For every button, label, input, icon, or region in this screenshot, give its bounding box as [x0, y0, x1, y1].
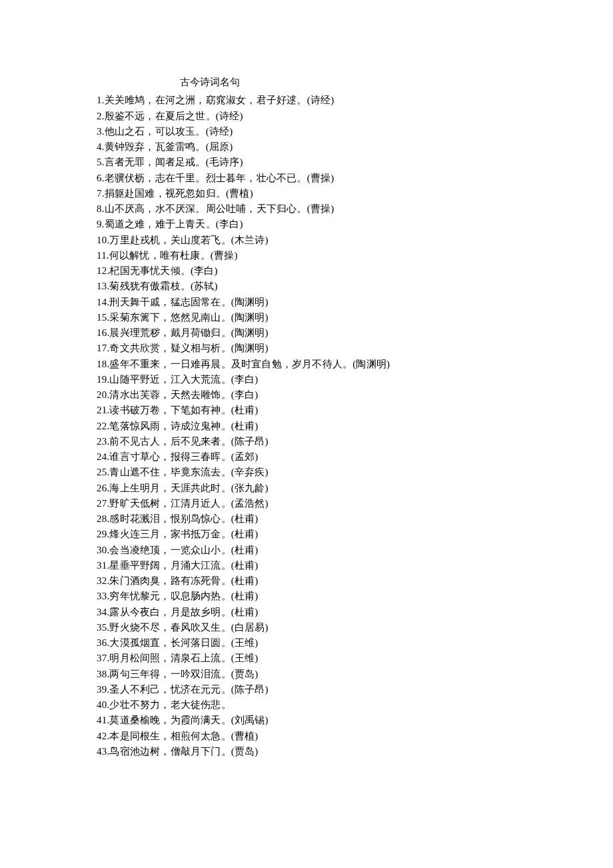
poem-line: 6.老骥伏枥，志在千里。烈士暮年，壮心不已。(曹操) — [97, 171, 573, 186]
poem-line: 28.感时花溅泪，恨别鸟惊心。(杜甫) — [97, 511, 573, 527]
poem-line: 36.大漠孤烟直，长河落日圆。(王维) — [97, 635, 573, 651]
poem-line: 12.杞国无事忧天倾。(李白) — [97, 263, 573, 279]
poem-line: 31.星垂平野阔，月涌大江流。(杜甫) — [97, 558, 573, 573]
poem-line: 22.笔落惊风雨，诗成泣鬼神。(杜甫) — [97, 419, 573, 434]
poem-line: 21.读书破万卷，下笔如有神。(杜甫) — [97, 403, 573, 418]
poem-line: 23.前不见古人，后不见来者。(陈子昂) — [97, 434, 573, 449]
poem-line: 10.万里赴戎机，关山度若飞。(木兰诗) — [97, 233, 573, 248]
poem-line: 24.谁言寸草心，报得三春晖。(孟郊) — [97, 449, 573, 465]
document-content: 1.关关雎鸠，在河之洲，窈窕淑女，君子好逑。(诗经) 2.殷鉴不远，在夏后之世。… — [0, 93, 613, 759]
poem-line: 34.露从今夜白，月是故乡明。(杜甫) — [97, 605, 573, 620]
poem-line: 3.他山之石，可以攻玉。(诗经) — [97, 124, 573, 139]
poem-line: 13.菊残犹有傲霜枝。(苏轼) — [97, 279, 573, 294]
poem-line: 2.殷鉴不远，在夏后之世。(诗经) — [97, 109, 573, 124]
poem-line: 26.海上生明月，天涯共此时。(张九龄) — [97, 481, 573, 496]
poem-line: 29.烽火连三月，家书抵万金。(杜甫) — [97, 527, 573, 542]
poem-line: 35.野火烧不尽，春风吹又生。(白居易) — [97, 620, 573, 635]
poem-line: 16.晨兴理荒秽，戴月荷锄归。(陶渊明) — [97, 325, 573, 341]
poem-line: 43.鸟宿池边树，僧敲月下门。(贾岛) — [97, 744, 573, 759]
poem-line: 33.穷年忧黎元，叹息肠内热。(杜甫) — [97, 589, 573, 604]
poem-line: 30.会当凌绝顶，一览众山小。(杜甫) — [97, 543, 573, 558]
poem-line: 20.清水出芙蓉，天然去雕饰。(李白) — [97, 387, 573, 403]
poem-line: 11.何以解忧，唯有杜康。(曹操) — [97, 248, 573, 263]
poem-line: 25.青山遮不住，毕竟东流去。(辛弃疾) — [97, 465, 573, 480]
poem-line: 14.刑天舞干戚，猛志固常在。(陶渊明) — [97, 295, 573, 310]
poem-line: 19.山随平野近，江入大荒流。(李白) — [97, 372, 573, 387]
poem-line: 15.采菊东篱下，悠然见南山。(陶渊明) — [97, 310, 573, 325]
poem-line: 17.奇文共欣赏，疑义相与析。(陶渊明) — [97, 341, 573, 356]
poem-line: 4.黄钟毁弃，瓦釜雷鸣。(屈原) — [97, 139, 573, 155]
poem-line: 39.圣人不利己，忧济在元元。(陈子昂) — [97, 682, 573, 697]
poem-line: 27.野旷天低树，江清月近人。(孟浩然) — [97, 496, 573, 511]
poem-line: 38.两句三年得，一吟双泪流。(贾岛) — [97, 667, 573, 682]
poem-line: 7.捐躯赴国难，视死忽如归。(曹植) — [97, 186, 573, 201]
poem-line: 41.莫道桑榆晚，为霞尚满天。(刘禹锡) — [97, 713, 573, 728]
poem-line: 40.少壮不努力，老大徒伤悲。 — [97, 697, 573, 713]
poem-line: 18.盛年不重来，一日难再晨。及时宜自勉，岁月不待人。(陶渊明) — [97, 357, 573, 372]
poem-line: 42.本是同根生，相煎何太急。(曹植) — [97, 729, 573, 744]
document-title: 古今诗词名句 — [0, 75, 516, 90]
poem-line: 37.明月松间照，清泉石上流。(王维) — [97, 651, 573, 666]
poem-line: 1.关关雎鸠，在河之洲，窈窕淑女，君子好逑。(诗经) — [97, 93, 573, 108]
poem-line: 32.朱门酒肉臭，路有冻死骨。(杜甫) — [97, 573, 573, 589]
poem-line: 9.蜀道之难，难于上青天。(李白) — [97, 217, 573, 232]
poem-line: 5.言者无罪，闻者足戒。(毛诗序) — [97, 155, 573, 170]
poem-line: 8.山不厌高，水不厌深。周公吐哺，天下归心。(曹操) — [97, 201, 573, 217]
